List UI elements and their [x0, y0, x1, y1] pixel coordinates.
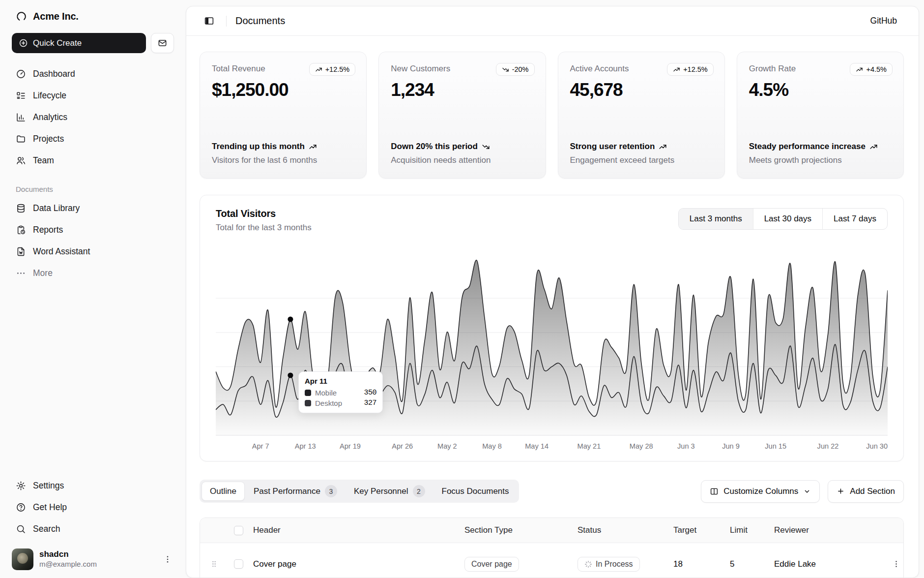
sidebar-item-more[interactable]: More: [11, 262, 175, 284]
tab-outline[interactable]: Outline: [202, 482, 245, 501]
sections-table: Header Section Type Status Target Limit …: [200, 517, 904, 578]
col-reviewer: Reviewer: [770, 525, 888, 535]
svg-text:May 14: May 14: [525, 442, 549, 450]
target-value[interactable]: 18: [669, 559, 726, 569]
sections-toolbar: Outline Past Performance 3 Key Personnel…: [200, 480, 904, 503]
row-checkbox[interactable]: [234, 559, 243, 569]
tooltip-date: Apr 11: [305, 377, 376, 385]
sidebar-item-dashboard[interactable]: Dashboard: [11, 63, 175, 85]
area-chart-svg: Apr 7Apr 13Apr 19Apr 26May 2May 8May 14M…: [216, 244, 888, 454]
user-menu[interactable]: shadcn m@example.com: [11, 545, 175, 570]
app-header[interactable]: Acme Inc.: [11, 7, 175, 26]
status-badge: In Process: [578, 557, 640, 572]
section-type-badge: Cover page: [464, 557, 519, 572]
sidebar-item-label: Reports: [33, 225, 63, 235]
topbar: Documents GitHub: [186, 6, 919, 36]
sidebar-item-label: Projects: [33, 134, 64, 144]
folder-icon: [16, 134, 26, 144]
trend-badge: +12.5%: [309, 63, 356, 76]
trend-badge: -20%: [496, 63, 535, 76]
app-name: Acme Inc.: [33, 11, 79, 22]
col-target: Target: [669, 525, 726, 535]
sidebar-item-word-assistant[interactable]: Word Assistant: [11, 241, 175, 262]
search-icon: [16, 524, 26, 534]
sidebar-item-label: Search: [33, 524, 60, 534]
main-panel: Documents GitHub Total Revenue +12.5% $1…: [186, 6, 919, 578]
row-menu-icon[interactable]: [892, 560, 900, 568]
trend-badge-value: -20%: [512, 65, 529, 73]
sidebar-item-team[interactable]: Team: [11, 150, 175, 171]
drag-handle-icon[interactable]: [200, 560, 228, 568]
page-title: Documents: [235, 15, 285, 27]
trending-up-icon: [659, 143, 667, 151]
tab-past-performance[interactable]: Past Performance 3: [246, 482, 345, 501]
trending-up-icon: [315, 66, 322, 73]
select-all-checkbox[interactable]: [234, 526, 243, 535]
mobile-swatch-icon: [305, 390, 311, 396]
trend-badge-value: +12.5%: [683, 65, 708, 73]
row-header-title[interactable]: Cover page: [249, 559, 461, 569]
sidebar-item-get-help[interactable]: Get Help: [11, 496, 175, 518]
columns-icon: [710, 487, 719, 496]
svg-text:Apr 13: Apr 13: [295, 442, 316, 450]
trend-badge: +12.5%: [667, 63, 714, 76]
user-kebab-icon[interactable]: [161, 553, 174, 566]
stat-card-total-revenue: Total Revenue +12.5% $1,250.00 Trending …: [200, 52, 367, 179]
stats-row: Total Revenue +12.5% $1,250.00 Trending …: [200, 52, 904, 179]
stat-trend-line: Trending up this month: [212, 141, 354, 152]
footer-nav: Settings Get Help Search: [11, 475, 175, 540]
documents-group-label: Documents: [11, 185, 175, 193]
stat-trend-line: Down 20% this period: [391, 141, 533, 152]
trending-up-icon: [856, 66, 863, 73]
stat-trend-line: Strong user retention: [570, 141, 713, 152]
database-icon: [16, 203, 26, 213]
stat-value: $1,250.00: [212, 80, 354, 100]
inbox-mail-button[interactable]: [151, 33, 174, 53]
svg-text:Jun 30: Jun 30: [866, 442, 888, 450]
sidebar-item-label: Data Library: [33, 203, 80, 213]
sidebar-item-label: Word Assistant: [33, 246, 90, 257]
trend-badge: +4.5%: [850, 63, 893, 76]
reviewer-value[interactable]: Eddie Lake: [770, 559, 888, 569]
circle-help-icon: [16, 502, 26, 513]
stat-trend-line: Steady performance increase: [749, 141, 892, 152]
sidebar-item-search[interactable]: Search: [11, 518, 175, 540]
svg-text:Jun 3: Jun 3: [677, 442, 695, 450]
quick-create-button[interactable]: Quick Create: [12, 33, 146, 53]
panel-left-icon: [204, 16, 214, 26]
section-tabs: Outline Past Performance 3 Key Personnel…: [200, 480, 519, 503]
github-link[interactable]: GitHub: [870, 16, 897, 26]
sidebar: Acme Inc. Quick Create: [0, 0, 186, 578]
chart-column-icon: [16, 112, 26, 122]
range-last-7-days[interactable]: Last 7 days: [822, 209, 887, 229]
add-section-button[interactable]: Add Section: [828, 480, 904, 503]
range-last-3-months[interactable]: Last 3 months: [679, 209, 753, 229]
stat-card-active-accounts: Active Accounts +12.5% 45,678 Strong use…: [558, 52, 725, 179]
sidebar-item-data-library[interactable]: Data Library: [11, 197, 175, 219]
sidebar-item-label: Analytics: [33, 112, 67, 122]
sidebar-item-label: Get Help: [33, 502, 67, 513]
sidebar-item-projects[interactable]: Projects: [11, 128, 175, 150]
sidebar-toggle-button[interactable]: [201, 13, 217, 29]
col-limit: Limit: [726, 525, 770, 535]
limit-value[interactable]: 5: [726, 559, 770, 569]
plus-circle-icon: [19, 38, 28, 48]
col-header: Header: [249, 525, 461, 535]
svg-text:Jun 22: Jun 22: [817, 442, 839, 450]
svg-text:Jun 9: Jun 9: [722, 442, 740, 450]
range-last-30-days[interactable]: Last 30 days: [753, 209, 822, 229]
tab-focus-documents[interactable]: Focus Documents: [434, 482, 517, 501]
user-name: shadcn: [39, 549, 155, 559]
sidebar-item-analytics[interactable]: Analytics: [11, 106, 175, 128]
stat-card-growth-rate: Growth Rate +4.5% 4.5% Steady performanc…: [737, 52, 904, 179]
sidebar-item-lifecycle[interactable]: Lifecycle: [11, 85, 175, 106]
sidebar-item-reports[interactable]: Reports: [11, 219, 175, 241]
customize-columns-button[interactable]: Customize Columns: [701, 480, 820, 503]
sidebar-item-settings[interactable]: Settings: [11, 475, 175, 496]
trending-down-icon: [502, 66, 509, 73]
svg-text:May 8: May 8: [482, 442, 502, 450]
tab-key-personnel[interactable]: Key Personnel 2: [346, 482, 433, 501]
visitors-area-chart[interactable]: Apr 7Apr 13Apr 19Apr 26May 2May 8May 14M…: [216, 244, 888, 454]
documents-nav: Data Library Reports Word Assistant: [11, 197, 175, 284]
stat-subtext: Meets growth projections: [749, 155, 892, 165]
